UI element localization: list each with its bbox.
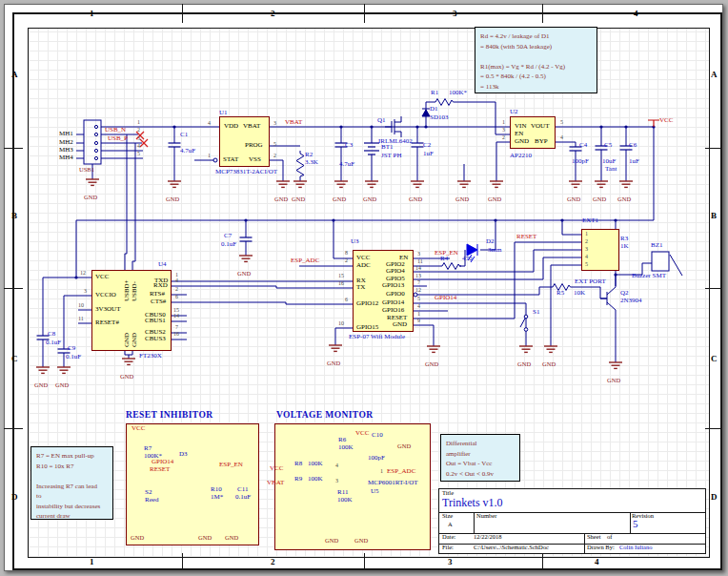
net-label[interactable]: ESP_EN — [219, 462, 243, 468]
component-value[interactable]: SD103 — [430, 114, 448, 121]
pin-number[interactable]: 15 — [338, 273, 344, 278]
designator[interactable]: R5 — [556, 290, 564, 297]
pin-number[interactable]: 4 — [137, 143, 140, 149]
ground-label[interactable]: GND — [120, 374, 133, 381]
net-label[interactable]: ESP_ADC — [291, 257, 319, 264]
designator[interactable]: BT1 — [381, 144, 393, 151]
pin-name[interactable]: GPIO13 — [382, 282, 404, 289]
designator[interactable]: C2 — [423, 142, 431, 149]
ground-label[interactable]: GND — [292, 196, 305, 203]
pin-name[interactable]: 3V3OUT — [95, 306, 120, 313]
pin-name[interactable]: VOUT — [531, 123, 549, 130]
component-value[interactable]: Tant — [605, 166, 617, 173]
designator[interactable]: C3 — [345, 142, 353, 149]
net-label[interactable]: RESET — [516, 234, 536, 240]
pin-name[interactable]: VCCIO — [95, 292, 116, 298]
ground-label[interactable]: GND — [593, 196, 606, 203]
designator[interactable]: U3 — [351, 238, 359, 245]
component-value[interactable]: 0.1uF — [235, 494, 251, 501]
pin-number[interactable]: 16 — [338, 280, 344, 286]
designator[interactable]: R9 — [294, 476, 302, 483]
designator[interactable]: U5 — [371, 488, 379, 495]
pin-number[interactable]: 3 — [585, 246, 588, 252]
designator[interactable]: AP2210 — [510, 153, 532, 159]
component-value[interactable]: 2N3904 — [620, 298, 642, 304]
component-value[interactable]: 100K — [308, 461, 323, 467]
component-value[interactable]: 10K — [574, 290, 585, 297]
pin-name[interactable]: USBD- — [131, 281, 138, 301]
pin-number[interactable]: 3 — [335, 478, 338, 483]
component-value[interactable]: JST PH — [381, 153, 401, 159]
power-label[interactable]: VCC — [131, 425, 145, 432]
designator[interactable]: R4 — [440, 256, 448, 262]
pin-number[interactable]: 16 — [173, 331, 179, 337]
pin-name[interactable]: GPIO12 — [356, 300, 378, 307]
designator[interactable]: BZ1 — [651, 242, 662, 249]
designator[interactable]: C10 — [372, 432, 383, 439]
pin-number[interactable]: 8 — [345, 250, 348, 256]
ground-label[interactable]: GND — [488, 196, 501, 203]
component-value[interactable]: Buzzer SMT — [632, 273, 666, 279]
pin-name[interactable]: MH4 — [59, 154, 73, 161]
pin-number[interactable]: 5 — [585, 261, 588, 267]
component-value[interactable]: 100K — [338, 444, 354, 451]
ground-label[interactable]: GND — [455, 196, 469, 203]
pin-number[interactable]: 1 — [380, 468, 383, 474]
pin-name[interactable]: CTS# — [151, 298, 166, 305]
pin-number[interactable]: 13 — [415, 273, 421, 278]
pin-number[interactable]: 2 — [137, 127, 140, 133]
pin-number[interactable]: 14 — [173, 313, 179, 319]
designator[interactable]: R1 — [431, 90, 438, 96]
power-label[interactable]: VCC — [270, 465, 283, 472]
pin-number[interactable]: 4 — [585, 254, 588, 259]
designator[interactable]: R8 — [294, 461, 302, 467]
net-label[interactable]: VBAT — [267, 480, 284, 486]
ground-label[interactable]: GND — [166, 196, 179, 203]
pin-number[interactable]: 4 — [335, 463, 338, 468]
pin-number[interactable]: 1 — [208, 153, 211, 158]
pin-number[interactable]: 14 — [415, 265, 421, 271]
pin-number[interactable]: 1 — [137, 119, 140, 125]
ground-label[interactable]: GND — [397, 443, 411, 450]
ground-label[interactable]: GND — [274, 196, 288, 203]
pin-number[interactable]: 2 — [273, 153, 276, 158]
ground-label[interactable]: GND — [363, 196, 376, 203]
pin-name[interactable]: VCC — [95, 274, 109, 280]
ground-label[interactable]: GND — [198, 535, 212, 542]
pin-name[interactable]: BYP — [535, 138, 548, 145]
component-value[interactable]: 3mm — [488, 247, 501, 254]
pin-number[interactable]: 10 — [338, 320, 344, 326]
ground-label[interactable]: GND — [567, 196, 580, 203]
designator[interactable]: MCP6001RT-I/OT — [368, 480, 418, 486]
component-value[interactable]: 1uF — [423, 151, 434, 157]
pin-name[interactable]: VBAT — [243, 123, 260, 130]
pin-number[interactable]: 7 — [175, 324, 178, 330]
designator[interactable]: C1 — [180, 132, 188, 138]
pin-name[interactable]: RXD — [153, 282, 168, 289]
designator[interactable]: U4 — [158, 261, 167, 268]
ground-label[interactable]: GND — [617, 196, 631, 203]
ground-label[interactable]: GND — [225, 535, 238, 542]
designator[interactable]: EXT PORT — [575, 278, 606, 285]
section-title[interactable]: VOLTAGE MONITOR — [276, 411, 373, 421]
pin-number[interactable]: 12 — [80, 270, 86, 276]
pin-number[interactable]: 4 — [560, 134, 563, 140]
pin-name[interactable]: PROG — [245, 142, 263, 149]
pin-number[interactable]: 1 — [585, 231, 588, 237]
pin-name[interactable]: VDD — [224, 123, 238, 130]
pin-number[interactable]: 12 — [415, 287, 421, 293]
pin-name[interactable]: CBUS3 — [145, 336, 166, 342]
pin-number[interactable]: 2 — [502, 134, 505, 140]
pin-number[interactable]: 3 — [502, 127, 505, 133]
pin-number[interactable]: 3 — [137, 135, 140, 141]
component-value[interactable]: 1uF — [629, 158, 639, 165]
pin-number[interactable]: 2 — [345, 257, 348, 263]
ground-label[interactable]: GND — [34, 382, 48, 389]
designator[interactable]: S1 — [533, 309, 539, 316]
ground-label[interactable]: GND — [237, 271, 251, 278]
designator[interactable]: MCP73831T-2ACI/OT — [215, 169, 277, 175]
ground-label[interactable]: GND — [55, 382, 69, 389]
pin-name[interactable]: GPIO15 — [356, 324, 378, 331]
designator[interactable]: D3 — [179, 451, 188, 458]
ground-label[interactable]: GND — [607, 378, 620, 384]
